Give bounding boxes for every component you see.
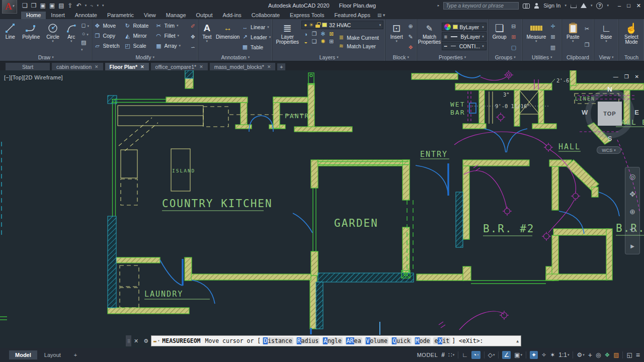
hatch-tool-icon[interactable]: ▨ ▾ bbox=[81, 39, 89, 52]
redo-caret-icon[interactable]: ▾ bbox=[97, 4, 99, 8]
fullscreen-icon[interactable]: ◱ bbox=[626, 351, 632, 358]
keyword-volume[interactable]: Volume bbox=[365, 337, 389, 344]
annotation-scale-button[interactable]: 1:1▾ bbox=[558, 351, 569, 358]
groups-panel-label[interactable]: Groups▾ bbox=[489, 53, 522, 61]
close-tab-icon[interactable]: ✕ bbox=[140, 64, 144, 69]
fillet-button[interactable]: ◠Fillet▾ bbox=[155, 33, 188, 39]
zoom-icon[interactable]: ⊕ bbox=[629, 208, 635, 216]
command-input-bar[interactable]: ▬ ▾ MEASUREGEOM Move cursor or [ Distanc… bbox=[151, 335, 521, 346]
layout-tab[interactable]: Layout bbox=[38, 350, 67, 359]
polyline-button[interactable]: Polyline bbox=[20, 21, 42, 53]
tab-addins[interactable]: Add-ins bbox=[218, 12, 247, 19]
layer-properties-button[interactable]: ≣ Layer Properties bbox=[274, 21, 300, 53]
viewcube-north[interactable]: N bbox=[607, 85, 612, 93]
annotation-panel-label[interactable]: Annotation▾ bbox=[198, 53, 272, 61]
save-as-icon[interactable]: ▣ bbox=[49, 2, 55, 9]
match-layer-button[interactable]: ≋Match Layer bbox=[338, 43, 379, 50]
select-mode-button[interactable]: ☝ Select Mode bbox=[620, 21, 642, 53]
maximize-button[interactable]: □ bbox=[627, 3, 630, 9]
scale-button[interactable]: ◰Scale bbox=[124, 43, 155, 49]
keyword-mode[interactable]: Mode bbox=[414, 337, 431, 344]
match-properties-button[interactable]: ✎ Match Properties bbox=[419, 21, 441, 53]
tab-insert[interactable]: Insert bbox=[46, 12, 70, 19]
command-customize-icon[interactable]: ⚙ bbox=[143, 338, 148, 344]
circle-button[interactable]: Circle ▾ bbox=[43, 21, 62, 53]
close-button[interactable]: ✕ bbox=[636, 3, 641, 9]
command-recent-icon[interactable]: ▬ bbox=[153, 338, 156, 344]
group-select-icon[interactable]: ▢ bbox=[511, 44, 516, 51]
model-tab[interactable]: Model bbox=[9, 350, 37, 359]
tab-home[interactable]: Home bbox=[21, 12, 46, 19]
file-tab-start[interactable]: Start bbox=[5, 62, 50, 70]
layers-panel-label[interactable]: Layers▾ bbox=[273, 53, 385, 61]
command-recent-caret-icon[interactable]: ▾ bbox=[157, 339, 159, 343]
annotation-all-scales-icon[interactable]: ✶ bbox=[550, 351, 555, 358]
annotation-autoscale-icon[interactable]: ✧ bbox=[541, 351, 546, 358]
tab-express-tools[interactable]: Express Tools bbox=[285, 12, 329, 19]
utilities-panel-label[interactable]: Utilities▾ bbox=[523, 53, 561, 61]
arc-caret-icon[interactable]: ▾ bbox=[70, 40, 72, 43]
undo-icon[interactable]: ↶ bbox=[76, 2, 82, 9]
show-motion-icon[interactable]: ▶ bbox=[630, 243, 634, 249]
make-current-button[interactable]: ≣Make Current bbox=[338, 34, 379, 41]
object-color-dropdown[interactable]: ByLayer▾ bbox=[442, 23, 487, 31]
copy-clip-icon[interactable]: ❐ bbox=[585, 42, 590, 48]
ungroup-icon[interactable]: ⊟ bbox=[511, 23, 516, 30]
keyword-radius[interactable]: Radius bbox=[296, 337, 320, 344]
autocad-logo-icon[interactable]: A▾ bbox=[2, 0, 17, 14]
close-tab-icon[interactable]: ✕ bbox=[267, 64, 271, 69]
viewcube-west[interactable]: W bbox=[582, 109, 588, 116]
layer-off-icon[interactable]: ✻ bbox=[320, 31, 325, 37]
minimize-button[interactable]: – bbox=[618, 3, 621, 9]
draw-panel-label[interactable]: Draw▾ bbox=[0, 53, 92, 61]
viewcube[interactable]: TOP N S W E bbox=[582, 85, 638, 142]
command-drag-handle[interactable]: ⣿ bbox=[126, 335, 131, 346]
lineweight-dropdown[interactable]: ≡ ByLayer▾ bbox=[442, 32, 487, 41]
line-button[interactable]: Line bbox=[2, 21, 19, 53]
navigation-wheel-icon[interactable]: ◎ bbox=[629, 172, 635, 180]
tab-annotate[interactable]: Annotate bbox=[70, 12, 102, 19]
app-caret-icon[interactable]: ▾ bbox=[591, 4, 593, 8]
explode-icon[interactable]: ❖ bbox=[190, 34, 195, 40]
file-tab-cabin-elevation[interactable]: cabin elevation✕ bbox=[51, 62, 104, 70]
floor-plan-drawing[interactable]: 3" 9'-0 11/16" 2'-6" PANTRY WET BAR LINE… bbox=[0, 70, 644, 348]
layer-isolate-icon[interactable]: ◑ bbox=[304, 31, 307, 37]
layer-lock-icon[interactable]: ⊠ bbox=[329, 31, 334, 37]
keyword-area[interactable]: ARea bbox=[345, 337, 362, 344]
orbit-icon[interactable]: ⟲ bbox=[629, 226, 635, 234]
autodesk-app-icon[interactable] bbox=[581, 3, 587, 8]
user-avatar-icon[interactable] bbox=[534, 3, 539, 9]
layer-unlock2-icon[interactable]: ⊞ bbox=[329, 38, 334, 45]
snap-toggle-icon[interactable]: ∷▾ bbox=[448, 351, 454, 358]
qat-customize-icon[interactable]: ▾ bbox=[102, 4, 104, 8]
tab-manage[interactable]: Manage bbox=[161, 12, 191, 19]
pan-icon[interactable]: ✥ bbox=[629, 190, 635, 198]
isolate-objects-icon[interactable]: ◎ bbox=[596, 351, 601, 358]
command-scroll-up-icon[interactable]: ▲ bbox=[516, 339, 519, 343]
viewport-controls-label[interactable]: [−][Top][2D Wireframe] bbox=[4, 74, 63, 80]
tab-featured-apps[interactable]: Featured Apps bbox=[329, 12, 375, 19]
annotation-visibility-icon[interactable]: ✦ bbox=[530, 351, 538, 359]
create-block-icon[interactable]: ⊕ bbox=[409, 23, 413, 30]
isodraft-icon[interactable]: ◇▾ bbox=[488, 351, 495, 358]
quick-select-icon[interactable]: ⊞ bbox=[550, 34, 555, 40]
drawing-canvas[interactable]: 3" 9'-0 11/16" 2'-6" PANTRY WET BAR LINE… bbox=[0, 70, 644, 348]
group-edit-icon[interactable]: ⊞ bbox=[511, 34, 516, 40]
object-snap-icon[interactable]: ▣▾ bbox=[514, 351, 522, 358]
keyword-quick[interactable]: Quick bbox=[391, 337, 412, 344]
layer-dropdown[interactable]: ● ☀ 32 HVAC ▾ bbox=[301, 21, 383, 29]
offset-icon[interactable]: ∽ bbox=[191, 44, 195, 51]
layer-thaw-all-icon[interactable]: ❏ bbox=[312, 38, 317, 45]
new-drawing-tab-button[interactable]: + bbox=[277, 63, 286, 70]
ellipse-tool-icon[interactable]: ○ ▾ bbox=[82, 31, 89, 37]
paste-button[interactable]: Paste▾ bbox=[564, 21, 583, 53]
viewcube-east[interactable]: E bbox=[634, 109, 639, 116]
base-button[interactable]: ∟ Base▾ bbox=[596, 21, 617, 53]
circle-caret-icon[interactable]: ▾ bbox=[52, 40, 54, 43]
viewport-close-icon[interactable]: ✕ bbox=[635, 74, 639, 79]
keyword-exit[interactable]: eXit bbox=[433, 337, 450, 344]
tab-collaborate[interactable]: Collaborate bbox=[247, 12, 285, 19]
customization-menu-icon[interactable]: ≡ bbox=[636, 351, 640, 359]
model-space-toggle[interactable]: MODEL bbox=[417, 352, 438, 358]
block-attributes-icon[interactable]: ❖ bbox=[408, 44, 413, 51]
